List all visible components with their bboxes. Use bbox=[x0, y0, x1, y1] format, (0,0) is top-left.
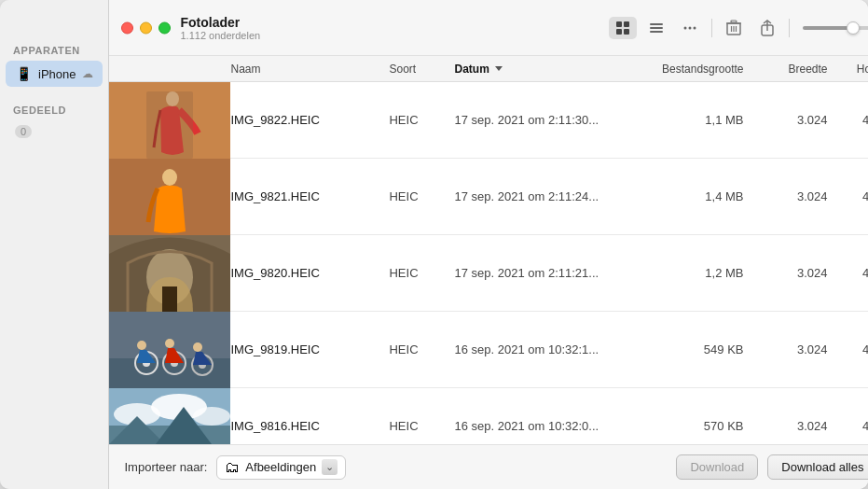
maximize-button[interactable] bbox=[158, 21, 171, 34]
table-row[interactable]: IMG_9819.HEICHEIC16 sep. 2021 om 10:32:1… bbox=[109, 312, 868, 388]
download-button[interactable]: Download bbox=[676, 454, 758, 480]
zoom-slider-container bbox=[803, 26, 868, 30]
table-row[interactable]: IMG_9822.HEICHEIC17 sep. 2021 om 2:11:30… bbox=[109, 82, 868, 159]
svg-rect-3 bbox=[624, 29, 629, 35]
cloud-icon: ☁ bbox=[82, 67, 93, 80]
svg-point-22 bbox=[162, 169, 177, 186]
row-bestandsgrootte: 570 KB bbox=[641, 419, 762, 433]
svg-rect-1 bbox=[624, 21, 629, 27]
close-button[interactable] bbox=[121, 21, 133, 34]
sidebar: APPARATEN 📱 iPhone ☁ GEDEELD 0 bbox=[0, 0, 109, 489]
thumbnail bbox=[109, 159, 230, 235]
row-bestandsgrootte: 1,1 MB bbox=[641, 113, 762, 127]
table-row[interactable]: IMG_9820.HEICHEIC17 sep. 2021 om 2:11:21… bbox=[109, 235, 868, 312]
svg-point-9 bbox=[694, 26, 696, 29]
row-hoogte: 4.032 bbox=[827, 419, 868, 433]
window-title: Fotolader bbox=[180, 15, 260, 30]
zoom-slider[interactable] bbox=[803, 26, 868, 30]
gedeeld-section-label: GEDEELD bbox=[0, 97, 108, 119]
iphone-icon: 📱 bbox=[15, 65, 32, 82]
row-breedte: 3.024 bbox=[762, 342, 827, 356]
row-hoogte: 4.032 bbox=[827, 342, 868, 356]
apparaten-section-label: APPARATEN bbox=[0, 37, 108, 60]
gedeeld-section: GEDEELD 0 bbox=[0, 97, 108, 144]
row-hoogte: 4.032 bbox=[827, 113, 868, 127]
grid-view-button[interactable] bbox=[609, 17, 637, 39]
window-subtitle: 1.112 onderdelen bbox=[180, 30, 260, 41]
thumbnail bbox=[109, 235, 230, 312]
svg-rect-4 bbox=[650, 23, 663, 25]
row-breedte: 3.024 bbox=[762, 113, 827, 127]
titlebar: Fotolader 1.112 onderdelen bbox=[109, 0, 868, 56]
row-naam: IMG_9821.HEIC bbox=[230, 189, 389, 203]
sidebar-item-gedeeld[interactable]: 0 bbox=[6, 120, 103, 143]
import-destination-label: Afbeeldingen bbox=[245, 460, 316, 474]
row-soort: HEIC bbox=[389, 113, 454, 127]
row-breedte: 3.024 bbox=[762, 266, 827, 280]
list-view-button[interactable] bbox=[642, 17, 670, 39]
svg-rect-11 bbox=[731, 21, 737, 22]
share-button[interactable] bbox=[753, 17, 781, 39]
download-all-button[interactable]: Download alles bbox=[767, 454, 868, 480]
thumbnail bbox=[109, 388, 230, 445]
col-datum-header[interactable]: Datum bbox=[454, 63, 641, 76]
traffic-lights bbox=[121, 21, 171, 34]
delete-button[interactable] bbox=[720, 17, 748, 39]
title-area: Fotolader 1.112 onderdelen bbox=[180, 15, 260, 41]
svg-rect-5 bbox=[650, 27, 663, 29]
toolbar-actions bbox=[609, 17, 868, 39]
svg-rect-25 bbox=[162, 286, 177, 312]
main-content: Fotolader 1.112 onderdelen bbox=[109, 0, 868, 489]
gedeeld-badge: 0 bbox=[15, 125, 32, 138]
import-destination-picker[interactable]: 🗂 Afbeeldingen ⌄ bbox=[216, 455, 346, 480]
row-datum: 16 sep. 2021 om 10:32:0... bbox=[454, 419, 641, 433]
row-datum: 17 sep. 2021 om 2:11:24... bbox=[454, 189, 641, 203]
iphone-label: iPhone bbox=[38, 67, 76, 81]
toolbar-separator bbox=[711, 19, 712, 37]
row-naam: IMG_9819.HEIC bbox=[230, 342, 389, 356]
svg-rect-6 bbox=[650, 31, 663, 33]
row-datum: 17 sep. 2021 om 2:11:30... bbox=[454, 113, 641, 127]
table-header: Naam Soort Datum Bestandsgrootte Breedte… bbox=[109, 56, 868, 82]
svg-rect-20 bbox=[146, 91, 193, 159]
svg-point-7 bbox=[684, 26, 687, 29]
grid-icon bbox=[615, 21, 630, 35]
row-breedte: 3.024 bbox=[762, 189, 827, 203]
col-bestand-header: Bestandsgrootte bbox=[641, 63, 762, 76]
bottom-bar: Importeer naar: 🗂 Afbeeldingen ⌄ Downloa… bbox=[109, 444, 868, 489]
trash-icon bbox=[726, 20, 741, 36]
svg-point-35 bbox=[165, 339, 174, 348]
toolbar-separator-2 bbox=[789, 19, 790, 37]
row-naam: IMG_9820.HEIC bbox=[230, 266, 389, 280]
col-soort-header: Soort bbox=[389, 63, 454, 76]
svg-point-41 bbox=[193, 407, 230, 426]
row-soort: HEIC bbox=[389, 189, 454, 203]
row-hoogte: 4.032 bbox=[827, 189, 868, 203]
col-breedte-header: Breedte bbox=[762, 63, 827, 76]
svg-rect-2 bbox=[616, 29, 622, 35]
row-bestandsgrootte: 1,4 MB bbox=[641, 189, 762, 203]
more-options-button[interactable] bbox=[676, 17, 704, 39]
row-hoogte: 4.032 bbox=[827, 266, 868, 280]
thumbnail bbox=[109, 312, 230, 388]
table-row[interactable]: IMG_9816.HEICHEIC16 sep. 2021 om 10:32:0… bbox=[109, 388, 868, 444]
row-datum: 16 sep. 2021 om 10:32:1... bbox=[454, 342, 641, 356]
list-icon bbox=[649, 21, 664, 35]
row-soort: HEIC bbox=[389, 342, 454, 356]
svg-rect-0 bbox=[616, 21, 622, 27]
minimize-button[interactable] bbox=[140, 21, 152, 34]
folder-icon: 🗂 bbox=[225, 459, 240, 476]
table-row[interactable]: IMG_9821.HEICHEIC17 sep. 2021 om 2:11:24… bbox=[109, 159, 868, 235]
svg-point-8 bbox=[689, 26, 692, 29]
row-datum: 17 sep. 2021 om 2:11:21... bbox=[454, 266, 641, 280]
row-bestandsgrootte: 549 KB bbox=[641, 342, 762, 356]
share-icon bbox=[760, 20, 775, 36]
sidebar-item-iphone[interactable]: 📱 iPhone ☁ bbox=[6, 61, 103, 87]
row-naam: IMG_9822.HEIC bbox=[230, 113, 389, 127]
row-bestandsgrootte: 1,2 MB bbox=[641, 266, 762, 280]
row-naam: IMG_9816.HEIC bbox=[230, 419, 389, 433]
col-naam-header: Naam bbox=[230, 63, 389, 76]
svg-point-36 bbox=[193, 342, 202, 352]
thumbnail bbox=[109, 82, 230, 159]
main-window: APPARATEN 📱 iPhone ☁ GEDEELD 0 Fotolader… bbox=[0, 0, 868, 489]
